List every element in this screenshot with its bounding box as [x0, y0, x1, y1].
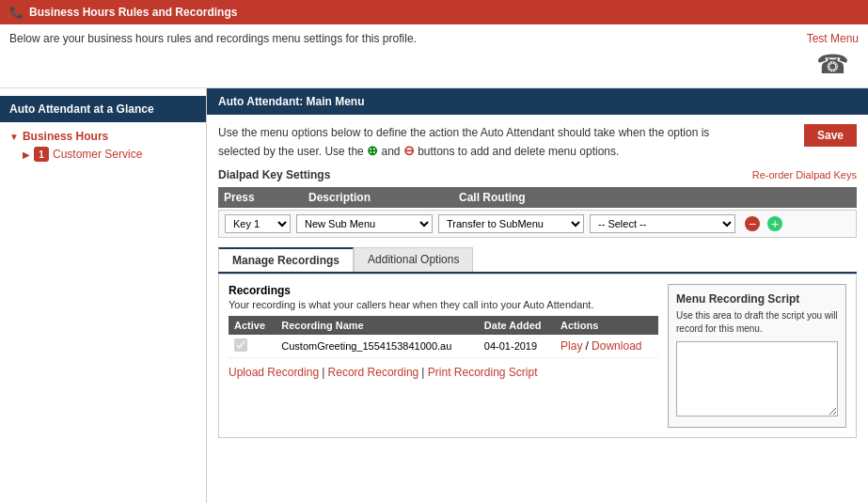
col-active: Active — [229, 316, 276, 335]
add-icon-inline: ⊕ — [367, 143, 378, 158]
recordings-title: Recordings — [229, 284, 658, 297]
content-area: Auto Attendant: Main Menu Use the menu o… — [207, 88, 868, 503]
sidebar-header: Auto Attendant at a Glance — [0, 96, 206, 122]
header-desc: Description — [308, 191, 459, 204]
script-desc: Use this area to draft the script you wi… — [676, 309, 838, 336]
reorder-link[interactable]: Re-order Dialpad Keys — [752, 169, 857, 181]
rec-name-cell: CustomGreeting_1554153841000.au — [276, 335, 479, 358]
routing-select2[interactable]: -- Select -- Option 1 — [590, 214, 735, 233]
tab-manage-recordings[interactable]: Manage Recordings — [218, 247, 354, 272]
desc-line4: buttons to add and delete menu options. — [418, 145, 619, 158]
col-name: Recording Name — [276, 316, 479, 335]
recordings-panel: Recordings Your recording is what your c… — [218, 274, 857, 438]
recordings-actions: Upload Recording | Record Recording | Pr… — [229, 366, 658, 379]
arrow-sub-icon: ▶ — [23, 149, 30, 160]
main-layout: Auto Attendant at a Glance ▼ Business Ho… — [0, 88, 868, 503]
col-date: Date Added — [479, 316, 555, 335]
script-panel: Menu Recording Script Use this area to d… — [668, 284, 846, 428]
sidebar-content: ▼ Business Hours ▶ 1 Customer Service — [0, 122, 206, 173]
table-row: CustomGreeting_1554153841000.au 04-01-20… — [229, 335, 658, 358]
upload-recording-link[interactable]: Upload Recording — [229, 366, 319, 379]
recordings-desc: Your recording is what your callers hear… — [229, 299, 658, 310]
title-text: Business Hours Rules and Recordings — [29, 6, 237, 19]
rec-active-cell — [229, 335, 276, 358]
desc-line2: selected by the user. Use the — [218, 145, 364, 158]
test-menu-link[interactable]: Test Menu — [807, 32, 859, 45]
recordings-table: Active Recording Name Date Added Actions — [229, 316, 658, 358]
section-title-bar: Dialpad Key Settings Re-order Dialpad Ke… — [218, 168, 857, 181]
info-description: Below are your business hours rules and … — [9, 32, 417, 45]
rec-actions-cell: Play / Download — [555, 335, 658, 358]
col-actions: Actions — [555, 316, 658, 335]
title-bar: 📞 Business Hours Rules and Recordings — [0, 0, 868, 24]
header-routing: Call Routing — [459, 191, 851, 204]
dialpad-label: Dialpad Key Settings — [218, 168, 330, 181]
sidebar-section-label: Business Hours — [23, 130, 108, 143]
sidebar-section-business-hours: ▼ Business Hours ▶ 1 Customer Service — [9, 130, 197, 162]
tabs-bar: Manage Recordings Additional Options — [218, 247, 857, 274]
key-select[interactable]: Key 1 Key 2 Key 3 Key * Key # — [225, 214, 291, 233]
download-link[interactable]: Download — [592, 339, 641, 353]
save-button[interactable]: Save — [804, 124, 857, 147]
dialpad-table-header: Press Description Call Routing — [218, 187, 857, 208]
sidebar: Auto Attendant at a Glance ▼ Business Ho… — [0, 88, 207, 503]
print-recording-script-link[interactable]: Print Recording Script — [428, 366, 538, 379]
content-header: Auto Attendant: Main Menu — [207, 88, 868, 115]
phone-icon: 📞 — [9, 6, 24, 19]
desc-line1: Use the menu options below to define the… — [218, 126, 709, 139]
desc-line3: and — [381, 145, 400, 158]
phone-icon-area: ☎ — [816, 49, 849, 80]
info-bar: Below are your business hours rules and … — [0, 24, 868, 88]
sidebar-item-customer-service[interactable]: ▶ 1 Customer Service — [23, 147, 197, 162]
sidebar-section-title-business-hours[interactable]: ▼ Business Hours — [9, 130, 197, 143]
rec-active-checkbox[interactable] — [234, 338, 247, 352]
desc-select[interactable]: New Sub Menu Main Menu Directory — [296, 214, 433, 233]
customer-service-badge: 1 — [34, 147, 49, 162]
content-body: Use the menu options below to define the… — [207, 115, 868, 448]
script-title: Menu Recording Script — [676, 292, 838, 306]
customer-service-label: Customer Service — [53, 148, 142, 161]
description-bar: Use the menu options below to define the… — [218, 124, 857, 161]
remove-icon-inline: ⊖ — [403, 143, 415, 158]
arrow-icon: ▼ — [9, 132, 19, 142]
description-text: Use the menu options below to define the… — [218, 124, 804, 161]
dialpad-section: Dialpad Key Settings Re-order Dialpad Ke… — [218, 168, 857, 238]
tab-additional-options-label: Additional Options — [368, 253, 459, 266]
play-link[interactable]: Play — [560, 339, 582, 353]
routing-select[interactable]: Transfer to SubMenu Transfer to Number H… — [438, 214, 584, 233]
tab-additional-options[interactable]: Additional Options — [354, 247, 473, 272]
minus-circle-icon[interactable]: − — [745, 216, 760, 231]
record-recording-link[interactable]: Record Recording — [328, 366, 419, 379]
rec-date-cell: 04-01-2019 — [479, 335, 555, 358]
script-textarea[interactable] — [676, 341, 838, 417]
key-row-1: Key 1 Key 2 Key 3 Key * Key # New Sub Me… — [218, 210, 857, 238]
plus-circle-icon[interactable]: + — [767, 216, 782, 231]
recordings-left: Recordings Your recording is what your c… — [229, 284, 658, 428]
tab-manage-recordings-label: Manage Recordings — [232, 254, 339, 267]
header-press: Press — [224, 191, 308, 204]
